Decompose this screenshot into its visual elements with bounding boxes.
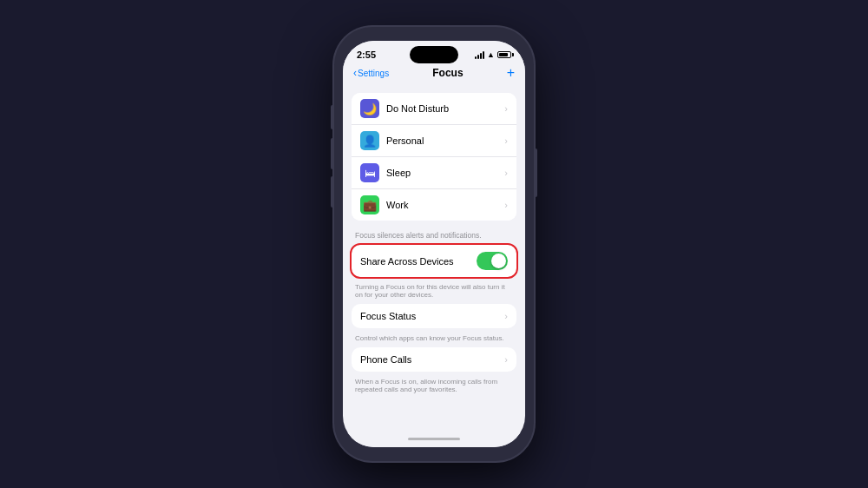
add-button[interactable]: + bbox=[507, 65, 515, 81]
signal-icon bbox=[475, 50, 484, 59]
power-button[interactable] bbox=[534, 148, 537, 197]
focus-status-label: Focus Status bbox=[360, 311, 504, 321]
toggle-knob bbox=[491, 254, 506, 268]
wifi-icon: ▲ bbox=[487, 50, 495, 59]
navigation-bar: ‹ Settings Focus + bbox=[343, 63, 525, 86]
back-button[interactable]: ‹ Settings bbox=[353, 67, 389, 79]
focus-list-group: 🌙 Do Not Disturb › 👤 Personal › 🛏 Sleep … bbox=[352, 93, 516, 221]
sleep-icon: 🛏 bbox=[360, 163, 379, 182]
home-bar bbox=[408, 438, 460, 440]
work-icon: 💼 bbox=[360, 195, 379, 214]
back-chevron-icon: ‹ bbox=[353, 67, 357, 79]
sleep-label: Sleep bbox=[386, 168, 504, 178]
personal-label: Personal bbox=[386, 135, 504, 146]
focus-status-section: Focus Status › bbox=[352, 304, 516, 328]
phone-screen: 2:55 ▲ ‹ Settings Focus + bbox=[343, 41, 525, 447]
chevron-icon: › bbox=[504, 168, 508, 178]
share-across-devices-toggle[interactable] bbox=[477, 252, 508, 270]
status-bar: 2:55 ▲ bbox=[343, 41, 525, 63]
do-not-disturb-icon: 🌙 bbox=[360, 99, 379, 118]
personal-icon: 👤 bbox=[360, 131, 379, 150]
focus-status-row[interactable]: Focus Status › bbox=[352, 304, 516, 328]
volume-up-button[interactable] bbox=[331, 138, 334, 169]
share-across-devices-label: Share Across Devices bbox=[360, 256, 477, 267]
back-label: Settings bbox=[358, 69, 389, 78]
work-label: Work bbox=[386, 200, 504, 210]
chevron-icon: › bbox=[504, 354, 508, 365]
share-across-devices-note: Turning a Focus on for this device will … bbox=[343, 280, 525, 304]
phone-calls-note: When a Focus is on, allow incoming calls… bbox=[343, 375, 525, 399]
chevron-icon: › bbox=[504, 135, 508, 146]
do-not-disturb-label: Do Not Disturb bbox=[386, 103, 504, 114]
dynamic-island bbox=[410, 46, 458, 63]
chevron-icon: › bbox=[504, 200, 508, 210]
list-item-work[interactable]: 💼 Work › bbox=[352, 189, 516, 221]
page-title: Focus bbox=[432, 67, 463, 79]
list-item-personal[interactable]: 👤 Personal › bbox=[352, 125, 516, 157]
content-area: 🌙 Do Not Disturb › 👤 Personal › 🛏 Sleep … bbox=[343, 86, 525, 432]
phone-calls-section: Phone Calls › bbox=[352, 347, 516, 372]
phone-calls-row[interactable]: Phone Calls › bbox=[352, 347, 516, 372]
list-item-do-not-disturb[interactable]: 🌙 Do Not Disturb › bbox=[352, 93, 516, 125]
status-time: 2:55 bbox=[357, 49, 376, 60]
status-icons: ▲ bbox=[475, 50, 511, 59]
focus-status-note: Control which apps can know your Focus s… bbox=[343, 332, 525, 347]
battery-icon bbox=[497, 51, 511, 58]
list-item-sleep[interactable]: 🛏 Sleep › bbox=[352, 157, 516, 189]
home-indicator bbox=[343, 432, 525, 447]
chevron-icon: › bbox=[504, 103, 508, 114]
volume-down-button[interactable] bbox=[331, 176, 334, 208]
phone-device: 2:55 ▲ ‹ Settings Focus + bbox=[334, 27, 534, 461]
share-across-devices-row[interactable]: Share Across Devices bbox=[352, 245, 516, 277]
phone-calls-label: Phone Calls bbox=[360, 354, 504, 365]
focus-list-note: Focus silences alerts and notifications. bbox=[343, 228, 525, 245]
share-across-devices-section: Share Across Devices bbox=[352, 245, 516, 277]
chevron-icon: › bbox=[504, 311, 508, 321]
